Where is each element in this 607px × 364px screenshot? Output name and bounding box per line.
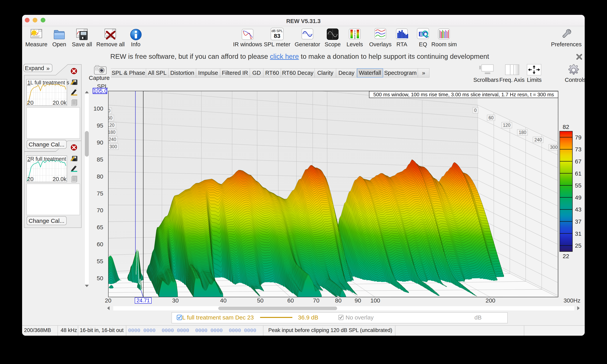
svg-text:60: 60 [108, 116, 112, 120]
svg-text:20: 20 [27, 100, 33, 106]
svg-text:180: 180 [519, 130, 526, 135]
svg-text:120: 120 [503, 123, 510, 128]
svg-text:43: 43 [575, 206, 581, 213]
svg-text:Change Cal...: Change Cal... [28, 141, 64, 148]
svg-text:22: 22 [563, 253, 569, 259]
svg-text:2R full treatment: 2R full treatment [27, 156, 66, 162]
svg-text:240: 240 [109, 137, 116, 142]
svg-text:1L full treatment s: 1L full treatment s [27, 80, 69, 86]
svg-text:49: 49 [575, 194, 581, 201]
svg-text:300: 300 [110, 144, 117, 149]
svg-text:67: 67 [575, 158, 581, 165]
svg-text:60: 60 [488, 115, 494, 120]
svg-text:120: 120 [108, 123, 114, 128]
svg-text:37: 37 [575, 218, 581, 225]
svg-text:73: 73 [575, 146, 581, 153]
svg-text:20: 20 [27, 176, 33, 182]
svg-text:55: 55 [575, 182, 581, 189]
svg-text:0: 0 [474, 108, 477, 113]
svg-text:9: 9 [354, 37, 355, 39]
svg-text:Expand: Expand [25, 65, 44, 71]
svg-text:180: 180 [108, 130, 115, 135]
svg-text:»: » [46, 65, 50, 71]
svg-text:Change Cal...: Change Cal... [28, 218, 64, 224]
svg-text:83: 83 [274, 33, 280, 39]
svg-text:500 ms window, 100 ms rise tim: 500 ms window, 100 ms rise time, 3.00 ms… [373, 91, 554, 97]
svg-text:300: 300 [550, 145, 558, 150]
svg-text:31: 31 [575, 230, 581, 237]
svg-text:82: 82 [563, 124, 569, 130]
svg-text:79: 79 [575, 134, 581, 141]
svg-text:dB SPL: dB SPL [271, 29, 283, 33]
svg-text:240: 240 [535, 137, 542, 142]
svg-text:25: 25 [575, 242, 581, 249]
svg-text:61: 61 [575, 170, 581, 177]
svg-text:20.0k: 20.0k [53, 100, 67, 106]
svg-text:20.0k: 20.0k [53, 176, 67, 182]
